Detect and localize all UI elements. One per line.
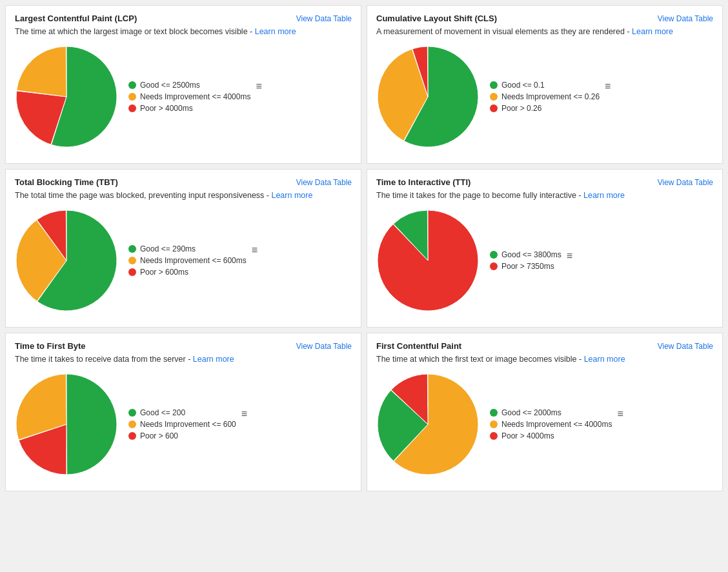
legend-menu-row: Good <= 0.1 Needs Improvement <= 0.26 Po…	[490, 81, 611, 115]
legend-dot	[128, 81, 136, 89]
pie-chart	[15, 373, 118, 478]
chart-menu-icon[interactable]: ≡	[617, 408, 623, 420]
card-title: Time to Interactive (TTI)	[376, 177, 470, 187]
legend-label: Poor > 600ms	[140, 268, 188, 277]
legend-item: Poor > 600ms	[128, 268, 247, 277]
legend-dot	[490, 81, 498, 89]
view-data-table-link[interactable]: View Data Table	[658, 178, 713, 187]
chart-area: Good <= 290ms Needs Improvement <= 600ms…	[15, 206, 352, 317]
view-data-table-link[interactable]: View Data Table	[658, 14, 713, 23]
legend-item: Needs Improvement <= 4000ms	[490, 420, 612, 429]
legend-menu-row: Good <= 200 Needs Improvement <= 600 Poo…	[128, 408, 247, 443]
legend: Good <= 2000ms Needs Improvement <= 4000…	[490, 408, 612, 443]
legend-dot	[128, 245, 136, 253]
legend-dot	[490, 93, 498, 101]
chart-area: Good <= 2500ms Needs Improvement <= 4000…	[15, 43, 352, 153]
pie-chart	[15, 209, 118, 314]
learn-more-link[interactable]: Learn more	[193, 355, 234, 364]
legend-item: Good <= 290ms	[128, 244, 247, 253]
card-description: A measurement of movement in visual elem…	[376, 27, 713, 36]
legend-item: Good <= 2500ms	[128, 81, 250, 90]
legend-dot	[128, 409, 136, 417]
learn-more-link[interactable]: Learn more	[584, 355, 625, 364]
pie-chart	[376, 209, 480, 314]
card-title: First Contentful Paint	[376, 341, 461, 351]
chart-menu-icon[interactable]: ≡	[241, 408, 247, 420]
legend-item: Poor > 0.26	[490, 104, 600, 113]
legend-item: Needs Improvement <= 4000ms	[128, 92, 250, 101]
legend-label: Poor > 0.26	[501, 104, 541, 113]
legend-label: Needs Improvement <= 600	[140, 420, 236, 429]
legend-item: Needs Improvement <= 600ms	[128, 256, 247, 265]
legend-dot	[490, 409, 498, 417]
card-description: The time at which the first text or imag…	[376, 355, 713, 364]
card-tbt: Total Blocking Time (TBT) View Data Tabl…	[5, 169, 361, 328]
chart-area: Good <= 2000ms Needs Improvement <= 4000…	[376, 370, 713, 480]
legend-dot	[490, 251, 498, 259]
legend-label: Good <= 290ms	[140, 244, 196, 253]
card-header: Largest Contentful Paint (LCP) View Data…	[15, 14, 352, 23]
pie-chart	[15, 45, 118, 150]
chart-menu-icon[interactable]: ≡	[567, 250, 572, 262]
legend-label: Good <= 0.1	[501, 81, 545, 90]
card-lcp: Largest Contentful Paint (LCP) View Data…	[5, 5, 361, 164]
legend-item: Good <= 0.1	[490, 81, 600, 90]
legend-dot	[490, 262, 498, 270]
pie-chart	[376, 45, 480, 150]
pie-chart	[376, 373, 480, 478]
legend-item: Good <= 3800ms	[490, 250, 561, 259]
legend-menu-row: Good <= 2500ms Needs Improvement <= 4000…	[128, 81, 262, 115]
legend-dot	[128, 420, 136, 428]
legend-menu-row: Good <= 290ms Needs Improvement <= 600ms…	[128, 244, 258, 279]
legend: Good <= 3800ms Poor > 7350ms	[490, 250, 561, 273]
legend-item: Good <= 200	[128, 408, 236, 417]
card-ttfb: Time to First Byte View Data Table The t…	[5, 333, 361, 491]
learn-more-link[interactable]: Learn more	[583, 191, 625, 200]
card-title: Cumulative Layout Shift (CLS)	[376, 14, 497, 23]
view-data-table-link[interactable]: View Data Table	[658, 342, 713, 351]
card-description: The total time the page was blocked, pre…	[15, 191, 352, 200]
legend-dot	[128, 93, 136, 101]
chart-menu-icon[interactable]: ≡	[252, 244, 258, 256]
card-description: The time it takes to receive data from t…	[15, 355, 352, 364]
legend-dot	[128, 257, 136, 264]
card-fcp: First Contentful Paint View Data Table T…	[367, 333, 723, 491]
legend-label: Good <= 3800ms	[501, 250, 561, 259]
legend-dot	[490, 104, 498, 112]
card-header: First Contentful Paint View Data Table	[376, 341, 713, 351]
legend-item: Poor > 7350ms	[490, 262, 561, 271]
card-header: Cumulative Layout Shift (CLS) View Data …	[376, 14, 713, 23]
card-title: Time to First Byte	[15, 341, 86, 351]
legend-dot	[128, 268, 136, 276]
legend-label: Good <= 2000ms	[501, 408, 561, 417]
legend: Good <= 2500ms Needs Improvement <= 4000…	[128, 81, 250, 115]
legend-dot	[490, 420, 498, 428]
legend: Good <= 200 Needs Improvement <= 600 Poo…	[128, 408, 236, 443]
view-data-table-link[interactable]: View Data Table	[296, 178, 352, 187]
chart-area: Good <= 0.1 Needs Improvement <= 0.26 Po…	[376, 43, 713, 153]
legend-dot	[490, 432, 498, 440]
learn-more-link[interactable]: Learn more	[632, 27, 673, 36]
learn-more-link[interactable]: Learn more	[271, 191, 312, 200]
card-title: Total Blocking Time (TBT)	[15, 177, 118, 187]
card-header: Time to Interactive (TTI) View Data Tabl…	[376, 177, 713, 187]
legend-label: Poor > 7350ms	[501, 262, 554, 271]
legend-label: Needs Improvement <= 0.26	[501, 92, 600, 101]
chart-menu-icon[interactable]: ≡	[256, 81, 261, 92]
legend-label: Needs Improvement <= 4000ms	[140, 92, 250, 101]
legend-dot	[128, 432, 136, 440]
card-description: The time it takes for the page to become…	[376, 191, 713, 200]
metrics-grid: Largest Contentful Paint (LCP) View Data…	[5, 5, 723, 491]
legend-item: Good <= 2000ms	[490, 408, 612, 417]
legend: Good <= 290ms Needs Improvement <= 600ms…	[128, 244, 247, 279]
legend-item: Poor > 4000ms	[128, 104, 250, 113]
legend-label: Poor > 4000ms	[501, 431, 554, 440]
legend-menu-row: Good <= 2000ms Needs Improvement <= 4000…	[490, 408, 623, 443]
view-data-table-link[interactable]: View Data Table	[296, 342, 352, 351]
learn-more-link[interactable]: Learn more	[255, 27, 296, 36]
legend-menu-row: Good <= 3800ms Poor > 7350ms ≡	[490, 250, 572, 273]
chart-menu-icon[interactable]: ≡	[605, 81, 611, 92]
legend-item: Poor > 600	[128, 431, 236, 440]
view-data-table-link[interactable]: View Data Table	[296, 14, 352, 23]
legend-label: Needs Improvement <= 600ms	[140, 256, 247, 265]
